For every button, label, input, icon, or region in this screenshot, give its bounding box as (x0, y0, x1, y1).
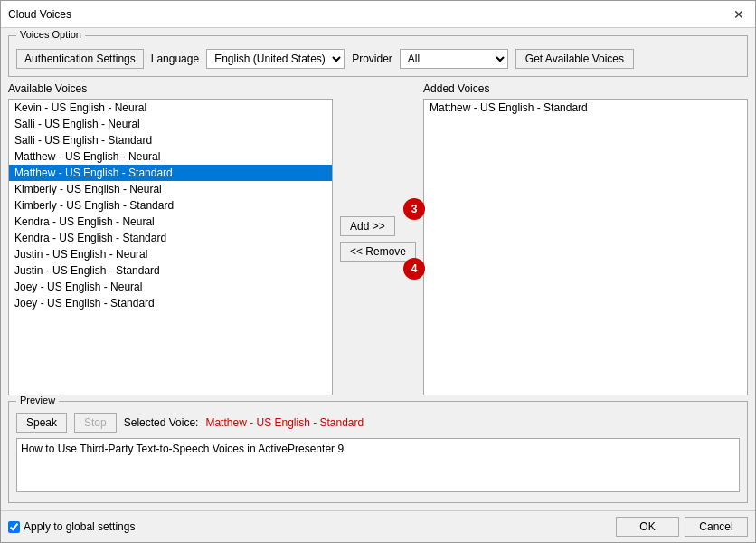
preview-textarea[interactable] (16, 438, 740, 492)
voices-option-title: Voices Option (16, 29, 85, 40)
provider-label: Provider (352, 52, 392, 65)
added-voices-list[interactable]: Matthew - US English - Standard (423, 99, 748, 395)
get-voices-button[interactable]: Get Available Voices (515, 49, 634, 69)
preview-title: Preview (16, 395, 59, 405)
language-label: Language (151, 52, 199, 65)
badge-4: 4 (403, 258, 425, 280)
available-voice-item[interactable]: Salli - US English - Neural (9, 116, 332, 132)
badge-3: 3 (403, 198, 425, 220)
voices-option-bar: Authentication Settings Language English… (16, 43, 740, 69)
added-voice-item[interactable]: Matthew - US English - Standard (424, 100, 747, 116)
ok-button[interactable]: OK (616, 517, 679, 537)
cancel-button[interactable]: Cancel (685, 517, 748, 537)
preview-controls: Speak Stop Selected Voice: Matthew - US … (16, 409, 740, 433)
available-voice-item[interactable]: Kendra - US English - Neural (9, 214, 332, 230)
available-voices-title: Available Voices (8, 82, 333, 95)
available-voice-item[interactable]: Salli - US English - Standard (9, 132, 332, 148)
added-voices-panel: Added Voices Matthew - US English - Stan… (423, 82, 748, 395)
middle-buttons-area: 3 Add >> << Remove 4 (340, 82, 416, 395)
available-voice-item[interactable]: Joey - US English - Standard (9, 295, 332, 311)
voices-option-group: Voices Option Authentication Settings La… (8, 35, 748, 77)
title-bar: Cloud Voices ✕ (1, 1, 755, 28)
preview-group: Preview Speak Stop Selected Voice: Matth… (8, 401, 748, 503)
available-voice-item[interactable]: Matthew - US English - Neural (9, 148, 332, 165)
footer-buttons: OK Cancel (616, 517, 748, 537)
dialog-footer: Apply to global settings OK Cancel (1, 510, 755, 542)
available-voice-item[interactable]: Kendra - US English - Standard (9, 230, 332, 246)
selected-voice-label: Selected Voice: (124, 416, 199, 429)
selected-voice-name: Matthew - US English - Standard (205, 416, 364, 429)
available-voice-item[interactable]: Kimberly - US English - Neural (9, 181, 332, 197)
provider-select[interactable]: All (400, 49, 508, 69)
stop-button[interactable]: Stop (74, 413, 117, 433)
apply-global-area: Apply to global settings (8, 520, 135, 533)
apply-global-checkbox[interactable] (8, 521, 20, 533)
available-voices-panel: Available Voices Kevin - US English - Ne… (8, 82, 333, 395)
available-voice-item[interactable]: Kimberly - US English - Standard (9, 197, 332, 214)
dialog-body: Voices Option Authentication Settings La… (1, 28, 755, 510)
available-voice-item[interactable]: Matthew - US English - Standard (9, 165, 332, 181)
speak-button[interactable]: Speak (16, 413, 67, 433)
remove-button[interactable]: << Remove (340, 242, 416, 262)
main-content: Available Voices Kevin - US English - Ne… (8, 82, 748, 395)
add-button[interactable]: Add >> (340, 216, 395, 236)
close-button[interactable]: ✕ (730, 7, 748, 22)
added-voices-title: Added Voices (423, 82, 748, 95)
available-voice-item[interactable]: Joey - US English - Neural (9, 279, 332, 295)
language-select[interactable]: English (United States) (206, 49, 345, 69)
dialog-title: Cloud Voices (8, 8, 71, 21)
available-voice-item[interactable]: Justin - US English - Standard (9, 262, 332, 279)
apply-global-label[interactable]: Apply to global settings (24, 520, 135, 533)
auth-settings-button[interactable]: Authentication Settings (16, 49, 144, 69)
voices-section: Available Voices Kevin - US English - Ne… (8, 82, 748, 395)
available-voices-list[interactable]: Kevin - US English - NeuralSalli - US En… (8, 99, 333, 395)
cloud-voices-dialog: Cloud Voices ✕ Voices Option Authenticat… (0, 0, 756, 543)
available-voice-item[interactable]: Kevin - US English - Neural (9, 100, 332, 116)
available-voice-item[interactable]: Justin - US English - Neural (9, 246, 332, 262)
